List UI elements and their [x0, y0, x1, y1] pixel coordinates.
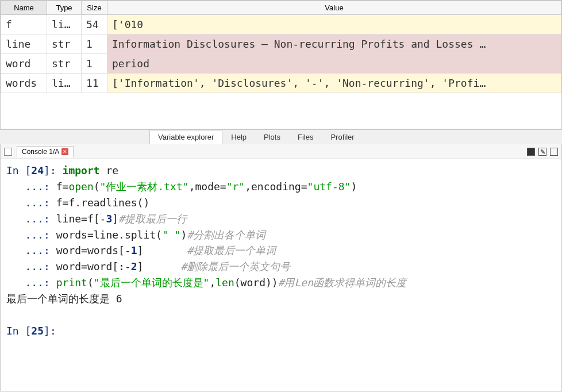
code-text: f= — [56, 180, 69, 193]
code-string: "utf-8" — [307, 180, 351, 193]
console-body[interactable]: In [24]: import re ...: f=open("作业一素材.tx… — [1, 159, 561, 391]
edit-icon[interactable] — [538, 148, 546, 156]
code-keyword: import — [63, 164, 100, 176]
prompt-cont: ...: — [6, 180, 56, 193]
code-text: ) — [180, 229, 187, 241]
var-size: 11 — [82, 74, 107, 93]
code-string: " " — [162, 229, 181, 241]
var-value: period — [107, 54, 561, 74]
tab-variable-explorer[interactable]: Variable explorer — [149, 130, 222, 144]
table-row[interactable]: f list 54 ['010 — [1, 15, 561, 34]
var-type: list — [47, 15, 82, 34]
code-text: word=word[:- — [56, 260, 131, 272]
code-text: (word)) — [234, 276, 278, 289]
code-comment: #分割出各个单词 — [187, 229, 265, 241]
prompt-number: 25 — [31, 325, 44, 337]
code-comment: #提取最后一个单词 — [143, 244, 276, 256]
console-tab[interactable]: Console 1/A ✕ — [17, 146, 74, 157]
code-text: ,mode= — [189, 180, 226, 193]
code-text: f=f.readlines() — [56, 197, 150, 209]
tab-help[interactable]: Help — [222, 130, 255, 144]
var-size: 1 — [82, 34, 107, 54]
prompt-in: In [ — [6, 325, 31, 337]
stop-icon[interactable] — [4, 148, 12, 156]
var-value: ['010 — [107, 15, 561, 34]
code-number: 2 — [131, 260, 137, 272]
var-size: 1 — [82, 54, 107, 74]
code-string: "最后一个单词的长度是" — [94, 276, 210, 289]
code-builtin: len — [215, 276, 234, 289]
table-row[interactable]: line str 1 Information Disclosures – Non… — [1, 34, 561, 54]
prompt-close: ]: — [44, 325, 63, 337]
code-text: word=words[- — [56, 244, 131, 256]
var-size: 54 — [82, 15, 107, 34]
tab-plots[interactable]: Plots — [255, 130, 289, 144]
code-text: ] — [137, 244, 144, 256]
code-text: re — [100, 164, 119, 176]
code-text: ) — [351, 180, 357, 193]
var-type: list — [47, 74, 82, 93]
code-text: ] — [112, 213, 118, 225]
code-text: ( — [87, 276, 94, 289]
col-header-value[interactable]: Value — [107, 1, 561, 15]
table-header-row: Name Type Size Value — [1, 1, 561, 15]
close-icon[interactable]: ✕ — [61, 148, 68, 155]
code-comment: #用Len函数求得单词的长度 — [278, 276, 406, 289]
console-output: 最后一个单词的长度是 6 — [6, 293, 122, 305]
var-name: line — [1, 34, 47, 54]
prompt-in: In [ — [6, 164, 31, 176]
var-type: str — [47, 34, 82, 54]
var-name: words — [1, 74, 47, 93]
code-string: "r" — [226, 180, 245, 193]
prompt-cont: ...: — [6, 197, 56, 209]
code-text: , — [209, 276, 215, 289]
col-header-size[interactable]: Size — [82, 1, 107, 15]
tab-profiler[interactable]: Profiler — [322, 130, 363, 144]
var-type: str — [47, 54, 82, 74]
var-value: ['Information', 'Disclosures', '-', 'Non… — [107, 74, 561, 93]
col-header-type[interactable]: Type — [47, 1, 82, 15]
code-comment: #删除最后一个英文句号 — [143, 260, 290, 272]
code-text: ( — [94, 180, 100, 193]
prompt-close: ]: — [44, 164, 63, 176]
table-row[interactable]: words list 11 ['Information', 'Disclosur… — [1, 74, 561, 93]
code-builtin: open — [68, 180, 93, 193]
code-text: words=line.split( — [56, 229, 162, 241]
prompt-cont: ...: — [6, 213, 56, 225]
prompt-cont: ...: — [6, 229, 56, 241]
tab-files[interactable]: Files — [289, 130, 322, 144]
code-text: ,encoding= — [245, 180, 307, 193]
console-tabbar: Console 1/A ✕ — [1, 144, 561, 159]
code-string: "作业一素材.txt" — [100, 180, 189, 193]
code-comment: #提取最后一行 — [118, 213, 187, 225]
table-row[interactable]: word str 1 period — [1, 54, 561, 74]
prompt-cont: ...: — [6, 244, 56, 256]
code-builtin: print — [56, 276, 87, 289]
option-icon[interactable] — [527, 148, 535, 156]
code-number: 3 — [106, 213, 112, 225]
variable-table[interactable]: Name Type Size Value f list 54 ['010 lin… — [1, 1, 561, 93]
var-name: word — [1, 54, 47, 74]
prompt-cont: ...: — [6, 260, 56, 272]
console-tab-label: Console 1/A — [22, 148, 59, 156]
code-text: ] — [137, 260, 144, 272]
menu-icon[interactable] — [550, 148, 558, 156]
pane-tabs: Variable explorer Help Plots Files Profi… — [0, 129, 562, 144]
prompt-cont: ...: — [6, 276, 56, 289]
col-header-name[interactable]: Name — [1, 1, 47, 15]
var-name: f — [1, 15, 47, 34]
var-value: Information Disclosures – Non-recurring … — [107, 34, 561, 54]
variable-explorer-pane: Name Type Size Value f list 54 ['010 lin… — [0, 0, 562, 129]
code-text: line=f[- — [56, 213, 106, 225]
console-pane: Console 1/A ✕ In [24]: import re ...: f=… — [0, 144, 562, 391]
code-number: 1 — [131, 244, 137, 256]
prompt-number: 24 — [31, 164, 44, 176]
